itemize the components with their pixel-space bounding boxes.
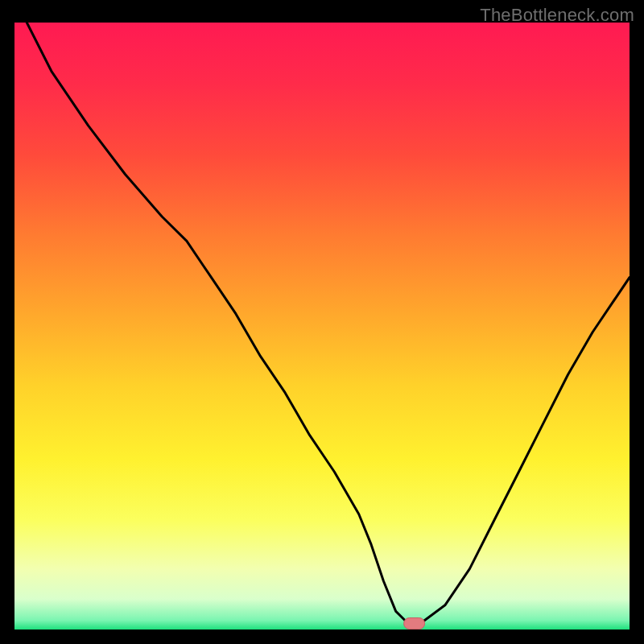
chart-frame: TheBottleneck.com [0, 0, 644, 644]
bottleneck-chart [14, 23, 630, 630]
watermark-text: TheBottleneck.com [480, 5, 634, 26]
bottleneck-marker [404, 618, 425, 630]
plot-area [14, 23, 630, 630]
gradient-background [14, 23, 630, 630]
